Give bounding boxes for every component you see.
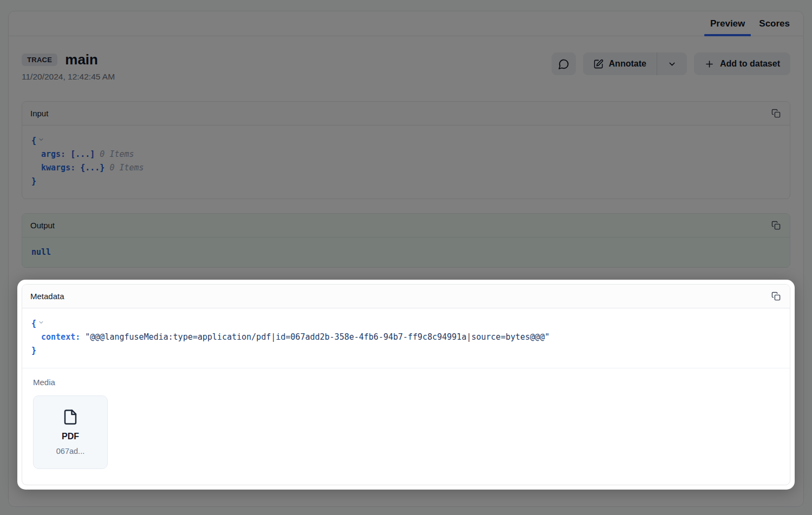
add-to-dataset-button[interactable]: Add to dataset — [694, 52, 790, 75]
trace-actions: Annotate Add to dataset — [552, 52, 790, 75]
items-count: 0 Items — [100, 149, 134, 159]
metadata-panel-title: Metadata — [30, 292, 64, 301]
trace-content: TRACE main 11/20/2024, 12:42:45 AM — [9, 52, 803, 490]
chevron-down-icon — [667, 60, 677, 69]
tab-preview-label: Preview — [710, 18, 745, 29]
media-section-label: Media — [33, 378, 779, 387]
annotate-split-button: Annotate — [583, 52, 687, 75]
trace-identity: TRACE main 11/20/2024, 12:42:45 AM — [22, 52, 115, 82]
json-row-kwargs: kwargs: {...}0 Items — [31, 161, 781, 175]
json-row-args: args: [...]0 Items — [31, 148, 781, 161]
items-count: 0 Items — [109, 163, 143, 173]
metadata-json-viewer: { context: "@@@langfuseMedia:type=applic… — [22, 308, 790, 368]
json-close-brace: } — [31, 346, 36, 355]
file-icon — [62, 408, 78, 426]
annotate-label: Annotate — [609, 59, 646, 69]
tab-scores-label: Scores — [759, 18, 790, 29]
langfuse-media-reference: "@@@langfuseMedia:type=application/pdf|i… — [85, 332, 549, 342]
media-file-type: PDF — [62, 432, 79, 441]
tab-scores[interactable]: Scores — [753, 11, 796, 36]
comment-button[interactable] — [552, 52, 576, 75]
copy-output-button[interactable] — [770, 220, 782, 231]
annotate-button[interactable]: Annotate — [583, 52, 657, 75]
plus-icon — [704, 59, 715, 69]
media-section: Media PDF 067ad... — [22, 368, 790, 485]
output-panel: Output null — [22, 213, 790, 268]
json-row-context: context: "@@@langfuseMedia:type=applicat… — [31, 331, 781, 344]
comment-icon — [558, 58, 569, 70]
collapse-chevron-icon[interactable] — [38, 318, 44, 328]
metadata-panel-header: Metadata — [22, 285, 790, 308]
copy-icon — [771, 221, 781, 230]
input-panel: Input { args: [...]0 Items kwargs: {...}… — [22, 101, 790, 199]
json-open-brace: { — [31, 136, 36, 146]
copy-icon — [771, 109, 781, 118]
output-panel-header: Output — [22, 214, 790, 237]
media-file-id: 067ad... — [56, 447, 84, 455]
trace-title: main — [65, 52, 98, 67]
copy-icon — [771, 292, 781, 301]
annotate-dropdown-button[interactable] — [657, 52, 687, 75]
trace-badge: TRACE — [22, 54, 57, 66]
output-json-viewer: null — [22, 237, 790, 267]
tab-preview[interactable]: Preview — [704, 11, 751, 36]
annotate-pen-icon — [593, 59, 604, 69]
input-json-viewer: { args: [...]0 Items kwargs: {...}0 Item… — [22, 126, 790, 199]
trace-header: TRACE main 11/20/2024, 12:42:45 AM — [22, 52, 790, 82]
input-panel-title: Input — [30, 109, 48, 118]
json-close-brace: } — [31, 176, 36, 186]
trace-timestamp: 11/20/2024, 12:42:45 AM — [22, 72, 115, 82]
output-null-value: null — [31, 247, 51, 257]
trace-detail-card: Preview Scores TRACE main 11/20/2024, 12… — [8, 11, 804, 507]
collapse-chevron-icon[interactable] — [38, 135, 44, 145]
add-to-dataset-label: Add to dataset — [720, 59, 780, 69]
input-panel-header: Input — [22, 102, 790, 126]
media-file-card[interactable]: PDF 067ad... — [33, 395, 108, 469]
output-panel-title: Output — [30, 221, 55, 230]
active-tab-indicator — [704, 34, 751, 36]
metadata-spotlight: Metadata { context: "@@@langfuseMedia:ty… — [17, 280, 795, 490]
copy-input-button[interactable] — [770, 108, 782, 119]
tab-bar: Preview Scores — [9, 11, 803, 36]
json-open-brace: { — [31, 319, 36, 328]
copy-metadata-button[interactable] — [770, 290, 782, 302]
metadata-panel: Metadata { context: "@@@langfuseMedia:ty… — [22, 284, 790, 485]
